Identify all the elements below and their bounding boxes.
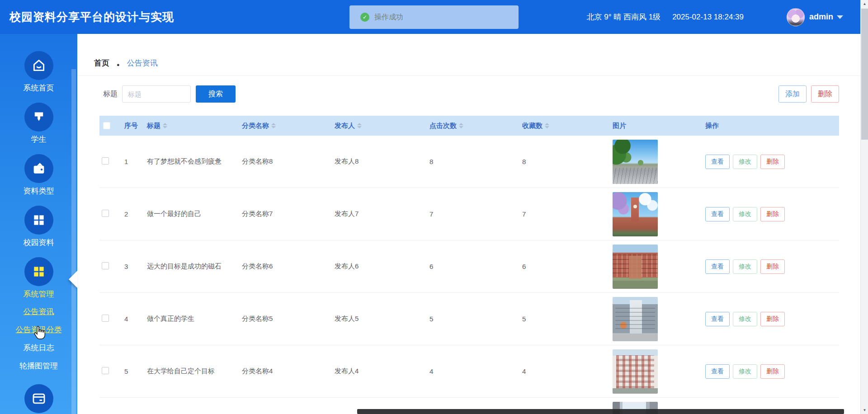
row-photo-modern-building: [613, 297, 658, 341]
cell-publisher: 发布人6: [332, 262, 427, 271]
cell-category: 分类名称6: [240, 262, 332, 271]
edit-button[interactable]: 修改: [733, 259, 757, 274]
delete-row-button[interactable]: 删除: [760, 207, 785, 221]
cell-clicks: 5: [427, 315, 520, 323]
row-checkbox[interactable]: [102, 210, 109, 217]
user-avatar[interactable]: [787, 8, 805, 26]
cell-category: 分类名称8: [240, 157, 332, 166]
table-row: 1 有了梦想就不会感到疲惫 分类名称8 发布人8 8 8 查看 修改 删除: [99, 136, 839, 188]
add-button[interactable]: 添加: [778, 85, 807, 103]
sidebar-item-banner[interactable]: [0, 384, 77, 413]
banner-card-icon: [24, 384, 53, 413]
cell-clicks: 8: [427, 158, 520, 165]
toast-message: 操作成功: [374, 13, 403, 22]
cell-category: 分类名称7: [240, 210, 332, 218]
sidebar-item-student[interactable]: 学生: [0, 103, 77, 145]
edit-button[interactable]: 修改: [733, 155, 757, 169]
table-row: 5 在大学给自己定个目标 分类名称4 发布人4 4 4 查看 修改 删除: [99, 345, 839, 398]
view-button[interactable]: 查看: [705, 259, 730, 274]
col-header-publisher[interactable]: 发布人: [332, 122, 427, 130]
delete-row-button[interactable]: 删除: [760, 364, 785, 379]
search-label: 标题: [103, 89, 118, 99]
cell-index: 4: [118, 315, 145, 323]
scrollbar-up-arrow-icon[interactable]: ▲: [861, 0, 868, 8]
sidebar-subitem-system-log[interactable]: 系统日志: [0, 343, 77, 353]
breadcrumb: 首页 ● 公告资讯: [77, 34, 868, 76]
col-header-index: 序号: [118, 122, 145, 130]
col-header-clicks[interactable]: 点击次数: [427, 122, 520, 130]
cell-title: 做个真正的学生: [145, 315, 240, 323]
weather-text: 北京 9° 晴 西南风 1级: [587, 12, 661, 22]
mouse-hand-cursor-icon: [33, 325, 46, 340]
breadcrumb-separator: ●: [117, 62, 120, 67]
announcement-table: 序号 标题 分类名称 发布人 点击次数 收藏数 图片 操作 1 有了梦想就不会感…: [99, 116, 839, 414]
cell-favorites: 6: [520, 263, 610, 270]
sidebar-subitem-announcement[interactable]: 公告资讯: [0, 306, 77, 317]
row-checkbox[interactable]: [102, 367, 109, 374]
delete-row-button[interactable]: 删除: [760, 312, 785, 326]
select-all-checkbox[interactable]: [103, 122, 110, 129]
cell-publisher: 发布人5: [332, 315, 427, 323]
sidebar-item-material-type[interactable]: 资料类型: [0, 154, 77, 196]
edit-button[interactable]: 修改: [733, 207, 757, 221]
view-button[interactable]: 查看: [705, 207, 730, 221]
sidebar-item-campus-material[interactable]: 校园资料: [0, 206, 77, 248]
toolbar-right-buttons: 添加 删除: [778, 85, 839, 103]
sidebar-item-label: 学生: [0, 134, 77, 145]
scrollbar-down-arrow-icon[interactable]: ▼: [861, 406, 868, 414]
header-right-group: 北京 9° 晴 西南风 1级 2025-02-13 18:24:39 admin: [587, 0, 843, 34]
row-photo-white-red-building: [613, 349, 658, 394]
row-checkbox[interactable]: [102, 157, 109, 165]
edit-button[interactable]: 修改: [733, 312, 757, 326]
sort-icon[interactable]: [545, 123, 549, 128]
cell-clicks: 7: [427, 210, 520, 218]
search-button[interactable]: 搜索: [196, 85, 236, 103]
edit-button[interactable]: 修改: [733, 364, 757, 379]
scrollbar-thumb[interactable]: [861, 9, 868, 140]
row-actions: 查看 修改 删除: [703, 364, 839, 379]
sidebar-item-label: 校园资料: [0, 237, 77, 248]
sort-icon[interactable]: [271, 123, 276, 128]
sort-icon[interactable]: [357, 123, 362, 128]
delete-button[interactable]: 删除: [811, 85, 839, 103]
cell-index: 1: [118, 158, 145, 165]
bottom-dark-bar: [357, 409, 844, 414]
view-button[interactable]: 查看: [705, 155, 730, 169]
datetime-text: 2025-02-13 18:24:39: [672, 13, 744, 22]
window-scrollbar[interactable]: ▲ ▼: [860, 0, 868, 414]
sidebar-item-label: 资料类型: [0, 186, 77, 196]
app-title: 校园资料分享平台的设计与实现: [9, 0, 174, 34]
sidebar-item-home[interactable]: 系统首页: [0, 51, 77, 93]
delete-row-button[interactable]: 删除: [760, 259, 785, 274]
col-header-favorites[interactable]: 收藏数: [520, 122, 610, 130]
breadcrumb-home-link[interactable]: 首页: [94, 58, 109, 68]
table-row: 3 远大的目标是成功的磁石 分类名称6 发布人6 6 6 查看 修改 删除: [99, 240, 839, 293]
view-button[interactable]: 查看: [705, 312, 730, 326]
col-header-category[interactable]: 分类名称: [240, 122, 332, 130]
sidebar-item-system-manage[interactable]: 系统管理: [0, 257, 77, 299]
username[interactable]: admin: [809, 12, 833, 22]
sidebar-subitem-banner-manage[interactable]: 轮播图管理: [0, 361, 77, 371]
row-checkbox[interactable]: [102, 315, 109, 322]
col-header-title[interactable]: 标题: [145, 122, 240, 130]
view-button[interactable]: 查看: [705, 364, 730, 379]
user-dropdown-caret-icon[interactable]: [837, 15, 843, 19]
row-actions: 查看 修改 删除: [703, 207, 839, 221]
row-photo-clock-tower: [613, 192, 658, 236]
table-row: 2 做一个最好的自己 分类名称7 发布人7 7 7 查看 修改 删除: [99, 188, 839, 240]
col-header-actions: 操作: [703, 122, 839, 130]
row-actions: 查看 修改 删除: [703, 312, 839, 326]
sort-icon[interactable]: [459, 123, 463, 128]
cell-category: 分类名称4: [240, 367, 332, 376]
main-content: 首页 ● 公告资讯 标题 搜索 添加 删除 序号 标题 分类名称 发布人 点击次…: [77, 34, 868, 414]
cell-index: 2: [118, 210, 145, 218]
delete-row-button[interactable]: 删除: [760, 155, 785, 169]
cell-title: 有了梦想就不会感到疲惫: [145, 157, 240, 166]
row-checkbox[interactable]: [102, 262, 109, 269]
sort-icon[interactable]: [163, 123, 167, 128]
search-input[interactable]: [122, 85, 191, 103]
campus-material-icon: [24, 206, 53, 235]
breadcrumb-current-link[interactable]: 公告资讯: [127, 58, 158, 68]
row-actions: 查看 修改 删除: [703, 259, 839, 274]
sidebar: 系统首页 学生 资料类型 校园资料 系统管理 公告资讯: [0, 34, 77, 414]
